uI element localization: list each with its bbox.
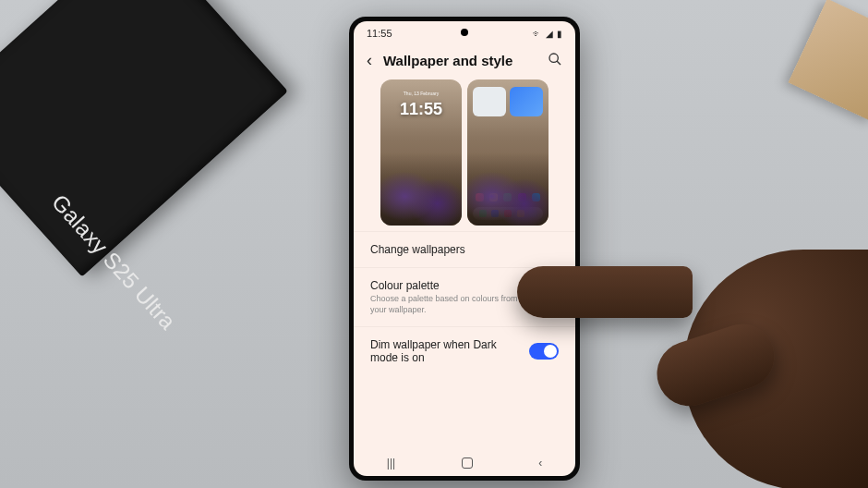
palm <box>683 250 868 488</box>
front-camera <box>461 29 468 36</box>
weather-widget <box>473 87 506 116</box>
svg-line-1 <box>557 61 561 65</box>
lockscreen-preview-date: Thu, 13 February <box>380 91 462 96</box>
colour-palette-title: Colour palette <box>370 279 531 292</box>
nav-back[interactable]: ‹ <box>538 457 542 470</box>
change-wallpapers-label: Change wallpapers <box>370 243 559 256</box>
palette-chips[interactable] <box>542 287 559 308</box>
palette-chip-blue <box>542 287 559 296</box>
palette-chip-black <box>542 299 559 308</box>
phone-frame: 11:55 ᯤ ◢ ▮ ‹ Wallpaper and style Thu, 1… <box>349 17 580 481</box>
dim-wallpaper-toggle[interactable] <box>529 343 559 360</box>
lockscreen-preview-time: 11:55 <box>380 100 462 119</box>
signal-icon: ◢ <box>546 29 553 39</box>
colour-palette-subtitle: Choose a palette based on colours from y… <box>370 294 531 315</box>
wooden-block <box>789 0 868 121</box>
app-header: ‹ Wallpaper and style <box>354 45 575 79</box>
home-dock <box>473 207 543 220</box>
change-wallpapers-item[interactable]: Change wallpapers <box>354 231 575 267</box>
svg-point-0 <box>549 54 558 62</box>
phone-screen: 11:55 ᯤ ◢ ▮ ‹ Wallpaper and style Thu, 1… <box>354 21 575 476</box>
status-time: 11:55 <box>367 28 392 39</box>
product-box: Galaxy S25 Ultra <box>0 0 288 277</box>
wifi-icon: ᯤ <box>533 29 542 39</box>
dim-wallpaper-item: Dim wallpaper when Dark mode is on <box>354 326 575 375</box>
thumb <box>648 316 782 415</box>
search-icon[interactable] <box>548 52 562 69</box>
home-app-row <box>473 193 543 201</box>
calendar-widget <box>510 87 543 116</box>
nav-home[interactable] <box>462 458 473 469</box>
nav-recents[interactable]: ||| <box>387 457 395 470</box>
colour-palette-item[interactable]: Colour palette Choose a palette based on… <box>354 267 575 326</box>
homescreen-preview[interactable] <box>467 79 549 226</box>
battery-icon: ▮ <box>557 29 562 39</box>
home-widgets <box>473 87 543 116</box>
android-navbar: ||| ‹ <box>354 450 575 476</box>
wallpaper-previews: Thu, 13 February 11:55 <box>354 79 575 231</box>
product-box-label: Galaxy S25 Ultra <box>46 189 180 335</box>
dim-wallpaper-title: Dim wallpaper when Dark mode is on <box>370 338 518 364</box>
lockscreen-preview[interactable]: Thu, 13 February 11:55 <box>380 79 462 226</box>
back-icon[interactable]: ‹ <box>367 51 372 70</box>
status-icons: ᯤ ◢ ▮ <box>533 29 562 39</box>
page-title: Wallpaper and style <box>383 53 536 68</box>
